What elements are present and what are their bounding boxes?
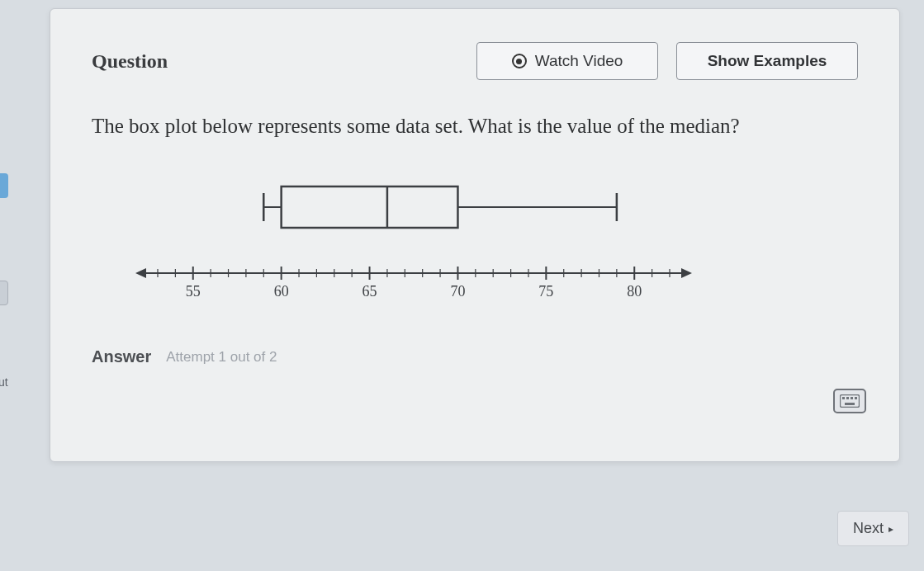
svg-text:75: 75: [538, 283, 553, 300]
sidebar-cut-label: ut: [0, 375, 8, 389]
attempt-text: Attempt 1 out of 2: [166, 349, 277, 366]
svg-rect-46: [842, 397, 845, 399]
next-label: Next: [853, 520, 884, 537]
svg-text:70: 70: [450, 283, 465, 300]
box-plot-svg: 556065707580: [133, 158, 694, 314]
header-buttons: Watch Video Show Examples: [476, 42, 858, 80]
question-prompt: The box plot below represents some data …: [92, 111, 858, 141]
record-icon: [512, 54, 527, 68]
keyboard-icon: [840, 394, 860, 408]
svg-text:60: 60: [274, 283, 289, 300]
question-card: Question Watch Video Show Examples The b…: [50, 8, 900, 462]
answer-label: Answer: [92, 347, 151, 366]
svg-rect-43: [282, 186, 458, 228]
header-row: Question Watch Video Show Examples: [92, 42, 858, 80]
watch-video-button[interactable]: Watch Video: [476, 42, 658, 80]
next-button[interactable]: Next ▸: [837, 511, 909, 546]
svg-rect-50: [845, 403, 855, 405]
answer-row: Answer Attempt 1 out of 2: [92, 347, 858, 366]
svg-rect-48: [851, 397, 853, 399]
chevron-right-icon: ▸: [888, 523, 893, 535]
svg-text:80: 80: [627, 283, 642, 300]
svg-marker-2: [681, 268, 692, 278]
box-plot: 556065707580: [133, 158, 694, 314]
svg-rect-49: [855, 397, 857, 399]
sidebar-stub-gray: [0, 281, 8, 305]
question-heading: Question: [92, 50, 168, 73]
svg-marker-1: [135, 268, 146, 278]
svg-text:65: 65: [362, 283, 377, 300]
svg-rect-47: [846, 397, 849, 399]
watch-video-label: Watch Video: [535, 52, 623, 70]
svg-text:55: 55: [186, 283, 201, 300]
keyboard-button[interactable]: [833, 389, 866, 413]
sidebar-stub-blue: [0, 173, 8, 198]
svg-rect-45: [841, 395, 860, 408]
show-examples-label: Show Examples: [708, 52, 827, 70]
show-examples-button[interactable]: Show Examples: [676, 42, 858, 80]
